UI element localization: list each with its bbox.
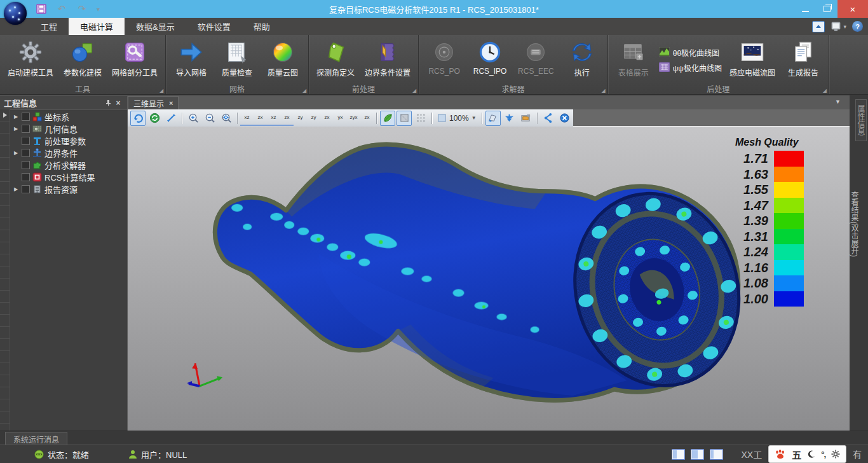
- stop-render-button[interactable]: [557, 111, 573, 126]
- import-mesh-button[interactable]: 导入网格: [168, 37, 214, 83]
- close-button[interactable]: ×: [837, 0, 868, 18]
- quick-access-dropdown[interactable]: ▾: [97, 6, 100, 13]
- tab-system-messages[interactable]: 系统运行消息: [5, 432, 67, 445]
- view-orientation-9[interactable]: zyx: [347, 111, 360, 126]
- app-logo-icon[interactable]: [4, 2, 27, 25]
- rotate-view-button[interactable]: [130, 111, 146, 126]
- layout-wide-left-button[interactable]: [691, 449, 704, 460]
- expand-icon[interactable]: ▶: [13, 150, 19, 156]
- minimize-button[interactable]: [794, 0, 816, 18]
- smooth-shade-button[interactable]: [380, 111, 395, 126]
- layout-left-button[interactable]: [672, 449, 685, 460]
- generate-report-button[interactable]: 生成报告: [780, 37, 826, 83]
- help-button[interactable]: ?: [852, 21, 863, 32]
- view-orientation-2[interactable]: zx: [254, 111, 267, 126]
- sidebar-item-report-resource[interactable]: ▶ 报告资源: [10, 183, 127, 195]
- collapse-ribbon-button[interactable]: [812, 21, 825, 32]
- menu-tab-em-compute[interactable]: 电磁计算: [69, 18, 125, 35]
- menu-tab-project[interactable]: 工程: [29, 18, 69, 35]
- checkbox[interactable]: [22, 149, 30, 157]
- report-doc-icon: [791, 39, 815, 66]
- checkbox[interactable]: [22, 185, 30, 193]
- tab-view-results[interactable]: 查看结果(双击展开): [850, 191, 860, 257]
- rcs-eec-button[interactable]: RCS_EEC: [513, 37, 559, 83]
- view-orientation-3[interactable]: xz: [267, 111, 280, 126]
- parametric-modeling-button[interactable]: 参数化建模: [58, 37, 107, 83]
- sidebar-item-rcs-result[interactable]: ▶ RCS计算结果: [10, 171, 127, 183]
- checkbox[interactable]: [22, 173, 30, 181]
- tab-property-info[interactable]: 属性信息: [855, 99, 867, 141]
- tree-gutter[interactable]: [0, 109, 10, 431]
- group-launcher-tools-icon[interactable]: ◢: [159, 88, 163, 93]
- group-launcher-mesh-icon[interactable]: ◢: [302, 88, 306, 93]
- expand-icon[interactable]: ▶: [13, 114, 19, 120]
- group-launcher-postprocess-icon[interactable]: ◢: [823, 88, 827, 93]
- panel-close-icon[interactable]: ×: [113, 98, 123, 108]
- group-launcher-solver-icon[interactable]: ◢: [602, 88, 606, 93]
- pan-button[interactable]: [163, 111, 179, 126]
- view-orientation-7[interactable]: zx: [320, 111, 334, 126]
- expand-icon[interactable]: ▶: [13, 126, 19, 132]
- ime-wubi-label[interactable]: 五: [792, 448, 801, 461]
- checkbox[interactable]: [22, 161, 30, 169]
- mesh-partition-tool-button[interactable]: 网格剖分工具: [107, 37, 163, 83]
- view-orientation-8[interactable]: yx: [334, 111, 347, 126]
- table-display-button[interactable]: 表格展示: [611, 37, 656, 83]
- ime-toolbar[interactable]: 五 °,: [768, 445, 846, 463]
- zoom-out-button[interactable]: [202, 111, 217, 126]
- launch-modeling-tool-button[interactable]: 启动建模工具: [3, 37, 58, 83]
- zoom-fit-button[interactable]: [219, 111, 234, 126]
- wireframe-button[interactable]: [413, 111, 428, 126]
- 3d-canvas[interactable]: Mesh Quality 1.71 1.63 1.55 1.47 1.39 1.…: [128, 127, 850, 431]
- rcs-po-button[interactable]: RCS_PO: [421, 37, 467, 83]
- view-orientation-5[interactable]: zy: [294, 111, 307, 126]
- view-orientation-10[interactable]: zx: [360, 111, 374, 126]
- flat-shade-button[interactable]: [397, 111, 412, 126]
- undo-button[interactable]: ↶: [56, 3, 67, 15]
- display-style-button[interactable]: ▾: [831, 22, 846, 32]
- menu-tab-settings[interactable]: 软件设置: [186, 18, 242, 35]
- sidebar-item-preprocess-params[interactable]: ▶ 前处理参数: [10, 135, 127, 147]
- select-region-button[interactable]: [485, 111, 501, 126]
- view-orientation-4[interactable]: zx: [280, 111, 294, 126]
- ime-punct-label[interactable]: °,: [821, 450, 825, 459]
- quality-cloud-button[interactable]: 质量云图: [260, 37, 306, 83]
- tab-3d-display[interactable]: 三维显示 ×: [128, 96, 179, 109]
- restore-button[interactable]: [816, 0, 837, 18]
- zoom-level-control[interactable]: 100% ▼: [435, 113, 479, 123]
- sidebar-item-boundary-condition[interactable]: ▶ 边界条件: [10, 147, 127, 159]
- checkbox[interactable]: [22, 137, 30, 145]
- drop-select-button[interactable]: [502, 111, 517, 126]
- group-launcher-preprocess-icon[interactable]: ◢: [412, 88, 416, 93]
- redo-button[interactable]: ↷: [76, 3, 88, 15]
- execute-button[interactable]: 执行: [559, 37, 605, 83]
- pin-icon[interactable]: [103, 98, 113, 108]
- psi-plot-button[interactable]: ψψ极化曲线图: [659, 62, 722, 74]
- viewport-toolbar: xz zx xz zx zy zy zx yx zyx zx 100% ▼: [128, 109, 850, 127]
- checkbox[interactable]: [22, 125, 30, 133]
- tab-close-icon[interactable]: ×: [169, 99, 173, 107]
- menu-tab-help[interactable]: 帮助: [242, 18, 281, 35]
- view-orientation-6[interactable]: zy: [307, 111, 320, 126]
- rcs-ipo-button[interactable]: RCS_IPO: [467, 37, 513, 83]
- expand-icon[interactable]: ▶: [13, 186, 19, 192]
- capture-view-button[interactable]: [519, 111, 534, 126]
- em-flow-button[interactable]: 感应电磁流图: [724, 37, 780, 83]
- view-orientation-1[interactable]: xz: [240, 111, 254, 126]
- checkbox[interactable]: [22, 113, 30, 121]
- orbit-button[interactable]: [147, 111, 162, 126]
- layout-thin-left-button[interactable]: [710, 449, 723, 460]
- sidebar-item-geometry-info[interactable]: ▶ 几何信息: [10, 123, 127, 135]
- probe-angle-button[interactable]: 探测角定义: [311, 37, 360, 83]
- zoom-in-button[interactable]: [186, 111, 201, 126]
- quality-check-button[interactable]: 质量检查: [214, 37, 260, 83]
- ribbon-group-mesh: 导入网格 质量检查 质量云图 网格◢: [166, 35, 309, 94]
- tab-list-dropdown-icon[interactable]: ▼: [835, 99, 841, 105]
- menu-tab-data-display[interactable]: 数据&显示: [125, 18, 186, 35]
- boundary-condition-button[interactable]: 边界条件设置: [360, 37, 416, 83]
- sidebar-item-coordinate-system[interactable]: ▶ 坐标系: [10, 111, 127, 123]
- sidebar-item-solver[interactable]: ▶ 分析求解器: [10, 159, 127, 171]
- theta-plot-button[interactable]: θθ极化曲线图: [659, 47, 722, 59]
- flow-trace-button[interactable]: [541, 111, 556, 126]
- save-button[interactable]: [36, 3, 47, 15]
